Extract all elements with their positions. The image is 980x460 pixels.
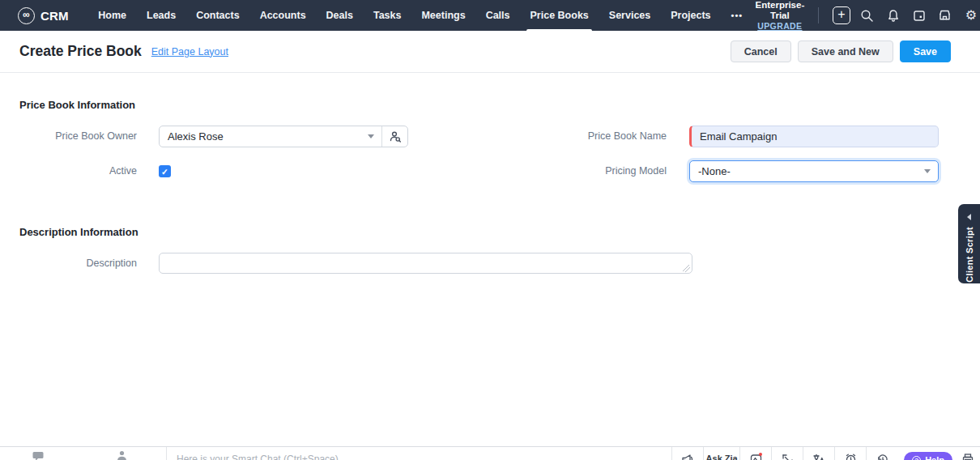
smart-chat-placeholder[interactable]: Here is your Smart Chat (Ctrl+Space) xyxy=(177,454,339,460)
active-checkbox[interactable] xyxy=(159,165,171,177)
price-book-name-label: Price Book Name xyxy=(549,126,667,147)
zia-notifications-button[interactable] xyxy=(739,447,771,460)
reminder-button[interactable] xyxy=(834,447,866,460)
person-icon xyxy=(117,450,127,460)
help-label: Help xyxy=(925,455,944,460)
save-and-new-button[interactable]: Save and New xyxy=(798,40,893,62)
zoho-logo-icon xyxy=(18,7,35,24)
pricing-model-value: -None- xyxy=(690,165,924,177)
brand-name: CRM xyxy=(40,9,69,23)
chevron-down-icon xyxy=(368,134,374,138)
page-header: Create Price Book Edit Page Layout Cance… xyxy=(0,31,980,73)
edit-page-layout-link[interactable]: Edit Page Layout xyxy=(151,46,228,58)
recent-items-button[interactable] xyxy=(866,447,897,460)
gear-icon: ⚙ xyxy=(965,9,977,22)
calendar-icon xyxy=(913,9,926,22)
announcements-button[interactable] xyxy=(671,447,703,460)
price-book-owner-value: Alexis Rose xyxy=(160,130,368,143)
client-script-tab[interactable]: Client Script xyxy=(958,204,980,283)
print-button[interactable] xyxy=(962,453,974,460)
tab-accounts[interactable]: Accounts xyxy=(249,0,316,31)
chat-button[interactable] xyxy=(32,450,44,460)
ask-zia-button[interactable]: Ask Zia xyxy=(703,447,739,460)
price-book-owner-select[interactable]: Alexis Rose xyxy=(159,126,408,147)
tab-contacts[interactable]: Contacts xyxy=(186,0,249,31)
nav-utilities: Enterprise-Trial UPGRADE xyxy=(753,0,980,31)
top-navigation-bar: CRM Home Leads Contacts Accounts Deals T… xyxy=(0,0,980,31)
chevron-down-icon xyxy=(924,169,931,173)
tab-deals[interactable]: Deals xyxy=(316,0,363,31)
search-icon xyxy=(860,9,874,23)
price-book-owner-label: Price Book Owner xyxy=(19,126,137,147)
active-label: Active xyxy=(19,160,137,182)
quick-create-button[interactable] xyxy=(829,2,854,28)
select-tool-button[interactable] xyxy=(771,447,803,460)
calendar-button[interactable] xyxy=(906,2,932,28)
bottom-right-tools: Ask Zia xyxy=(671,447,980,460)
user-lookup-icon xyxy=(389,130,402,143)
tab-home[interactable]: Home xyxy=(88,0,137,31)
printer-icon xyxy=(962,454,974,460)
contacts-presence-button[interactable] xyxy=(117,450,127,460)
marketplace-icon xyxy=(938,9,952,22)
owner-lookup-button[interactable] xyxy=(381,126,407,147)
settings-button[interactable]: ⚙ xyxy=(958,2,980,28)
selection-arrow-icon xyxy=(782,454,794,460)
bell-icon xyxy=(887,9,900,23)
tab-leads[interactable]: Leads xyxy=(137,0,186,31)
save-button[interactable]: Save xyxy=(900,40,951,62)
tab-price-books[interactable]: Price Books xyxy=(520,0,599,31)
tab-calls[interactable]: Calls xyxy=(475,0,520,31)
bottom-bar-divider xyxy=(166,447,167,460)
price-book-name-input[interactable]: Email Campaign xyxy=(689,126,939,147)
plus-icon xyxy=(833,6,850,24)
header-actions: Cancel Save and New Save xyxy=(731,40,951,62)
module-tabs: Home Leads Contacts Accounts Deals Tasks… xyxy=(88,0,753,31)
description-label: Description xyxy=(19,253,137,275)
megaphone-icon xyxy=(681,454,694,460)
tab-services[interactable]: Services xyxy=(599,0,660,31)
crm-logo[interactable]: CRM xyxy=(0,7,69,24)
alarm-clock-icon xyxy=(845,454,857,460)
tab-tasks[interactable]: Tasks xyxy=(363,0,411,31)
nav-divider xyxy=(818,7,819,23)
search-button[interactable] xyxy=(854,2,880,28)
tab-more-ellipsis[interactable]: ••• xyxy=(721,0,753,31)
page-title: Create Price Book xyxy=(19,43,142,60)
help-button[interactable]: ? Help xyxy=(904,452,952,460)
create-price-book-page: CRM Home Leads Contacts Accounts Deals T… xyxy=(0,0,980,460)
section-description-information: Description Information xyxy=(19,226,138,238)
collapse-arrow-icon xyxy=(967,214,971,220)
upgrade-link[interactable]: UPGRADE xyxy=(753,21,807,31)
tab-projects[interactable]: Projects xyxy=(661,0,721,31)
translate-button[interactable] xyxy=(803,447,834,460)
plan-name: Enterprise-Trial xyxy=(753,0,807,21)
description-textarea[interactable] xyxy=(159,253,692,274)
pricing-model-label: Pricing Model xyxy=(549,160,667,182)
tab-meetings[interactable]: Meetings xyxy=(411,0,475,31)
chat-bubble-icon xyxy=(32,450,44,460)
translate-icon xyxy=(812,454,825,460)
price-book-name-value: Email Campaign xyxy=(692,130,938,143)
section-price-book-information: Price Book Information xyxy=(19,99,135,111)
client-script-label: Client Script xyxy=(965,227,974,283)
cancel-button[interactable]: Cancel xyxy=(731,40,791,62)
pricing-model-select[interactable]: -None- xyxy=(689,160,939,182)
bottom-toolbar: Here is your Smart Chat (Ctrl+Space) Ask… xyxy=(0,446,980,460)
marketplace-button[interactable] xyxy=(932,2,958,28)
question-mark-icon: ? xyxy=(912,456,921,460)
plan-badge: Enterprise-Trial UPGRADE xyxy=(753,0,807,31)
history-icon xyxy=(876,454,888,460)
ask-zia-label: Ask Zia xyxy=(706,454,738,460)
notifications-button[interactable] xyxy=(880,2,906,28)
